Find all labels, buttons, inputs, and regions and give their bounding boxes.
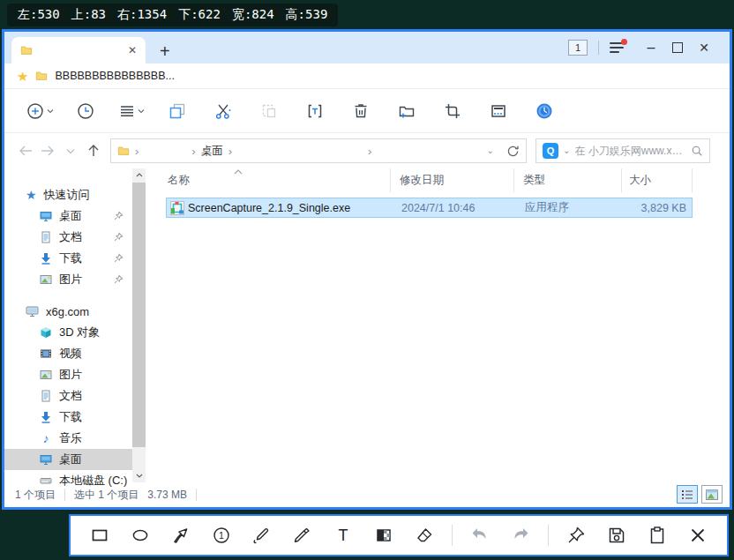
download-arrow-icon: [40, 411, 52, 423]
desktop-icon: [40, 453, 52, 466]
search-engine-icon[interactable]: Q: [543, 143, 558, 159]
blue-orb-icon: [536, 102, 553, 120]
minimize-button[interactable]: –: [638, 32, 664, 63]
cut-button[interactable]: [200, 102, 246, 120]
column-headers: 名称 修改日期 类型 大小: [146, 168, 730, 192]
number-badge-tool[interactable]: 1: [208, 522, 235, 549]
undo-button[interactable]: [467, 522, 493, 549]
search-box[interactable]: Q ⌄ 在 小刀娱乐网www.x6...: [536, 138, 710, 163]
folder-plus-icon: [398, 102, 416, 120]
explorer-tab[interactable]: ✕: [11, 37, 146, 63]
marker-tool[interactable]: [289, 522, 316, 549]
favorite-folder-label[interactable]: BBBBBBBBBBBBBBB...: [55, 70, 174, 82]
sidebar-item-this-pc[interactable]: x6g.com: [4, 301, 132, 322]
favorite-star-icon[interactable]: ★: [17, 70, 28, 83]
eraser-tool[interactable]: [411, 522, 438, 549]
computer-icon: [26, 305, 39, 317]
paste-button[interactable]: [246, 102, 292, 120]
sidebar-item-pictures-qa[interactable]: 图片: [4, 269, 132, 290]
new-tab-button[interactable]: +: [160, 42, 170, 60]
select-button[interactable]: [430, 102, 476, 120]
file-row-selected[interactable]: ScreenCapture_2.1.9_Single.exe 2024/7/1 …: [166, 198, 693, 218]
details-pane-button[interactable]: [476, 102, 521, 120]
sidebar-scrollbar[interactable]: [132, 168, 146, 482]
sidebar-item-downloads-qa[interactable]: 下载: [4, 248, 132, 269]
refresh-icon[interactable]: [506, 145, 520, 158]
navigation-pane: ★ 快速访问 桌面 文档 下载 图片: [4, 168, 132, 482]
rename-button[interactable]: [292, 102, 338, 120]
pin-icon: [114, 253, 124, 263]
tab-close-icon[interactable]: ✕: [128, 45, 137, 56]
clipboard-button[interactable]: [644, 522, 670, 549]
status-bar: 1 个项目 选中 1 个项目 3.73 MB: [4, 482, 730, 507]
copy-button[interactable]: [154, 102, 200, 120]
sidebar-item-quick-access[interactable]: ★ 快速访问: [4, 184, 132, 205]
sidebar-item-documents[interactable]: 文档: [4, 385, 132, 407]
folder-icon: [117, 145, 130, 157]
search-icon[interactable]: [691, 145, 703, 157]
recent-locations-button[interactable]: [59, 148, 82, 154]
delete-button[interactable]: [338, 102, 384, 120]
sidebar-item-desktop-qa[interactable]: 桌面: [4, 205, 132, 227]
trash-icon: [352, 102, 370, 120]
pen-tool[interactable]: [249, 522, 275, 549]
quick-access-star-icon: ★: [26, 189, 37, 201]
up-button[interactable]: [82, 144, 105, 158]
favorites-bar: ★ BBBBBBBBBBBBBBB...: [4, 63, 730, 89]
maximize-button[interactable]: [664, 32, 691, 63]
sidebar-item-pictures[interactable]: 图片: [4, 364, 132, 385]
coord-height: 高:539: [286, 7, 328, 23]
sidebar-item-videos[interactable]: 视频: [4, 343, 132, 364]
bracket-t-icon: [306, 102, 324, 120]
coord-bottom: 下:622: [178, 7, 221, 23]
column-header-name[interactable]: 名称: [146, 168, 391, 192]
file-name[interactable]: ScreenCapture_2.1.9_Single.exe: [188, 202, 350, 214]
sidebar-label: 下载: [59, 250, 82, 266]
thumbnail-view-button[interactable]: [701, 485, 723, 504]
mosaic-tool[interactable]: [371, 522, 397, 549]
sidebar-item-music[interactable]: ♪ 音乐: [4, 428, 132, 449]
back-button[interactable]: [13, 145, 36, 157]
column-header-type[interactable]: 类型: [514, 168, 622, 192]
rectangle-tool[interactable]: [86, 522, 113, 549]
close-capture-button[interactable]: [685, 522, 711, 549]
save-button[interactable]: [603, 522, 630, 549]
pin-icon: [114, 274, 124, 284]
divider: [598, 41, 599, 55]
cube-icon: [40, 326, 52, 339]
redo-button[interactable]: [507, 522, 534, 549]
sidebar-label: 文档: [59, 229, 82, 245]
svg-text:1: 1: [219, 530, 224, 541]
scroll-up-icon[interactable]: [132, 168, 146, 182]
forward-button[interactable]: [36, 145, 59, 157]
pin-tool[interactable]: [563, 522, 589, 549]
details-view-button[interactable]: [677, 485, 698, 504]
text-tool[interactable]: T: [330, 522, 356, 549]
sort-view-button[interactable]: [109, 104, 154, 118]
sidebar-item-desktop[interactable]: 桌面: [4, 449, 132, 470]
recent-button[interactable]: [63, 102, 109, 120]
scrollbar-thumb[interactable]: [132, 183, 146, 447]
menu-lines-icon: [119, 104, 135, 118]
coord-top: 上:83: [71, 7, 106, 23]
arrow-tool[interactable]: [168, 522, 194, 549]
breadcrumb-desktop[interactable]: 桌面: [201, 144, 223, 159]
new-item-button[interactable]: [17, 102, 63, 120]
address-bar[interactable]: › › 桌面 › › ⌄: [110, 138, 527, 163]
coord-right: 右:1354: [117, 7, 167, 23]
chevron-right-icon: ›: [135, 146, 139, 157]
column-header-size[interactable]: 大小: [622, 168, 693, 192]
scroll-down-icon[interactable]: [132, 469, 146, 482]
search-dropdown-icon[interactable]: ⌄: [563, 146, 570, 155]
address-dropdown-icon[interactable]: ⌄: [487, 146, 494, 155]
ellipse-tool[interactable]: [127, 522, 154, 549]
app-logo-button[interactable]: [521, 102, 567, 120]
column-header-modified[interactable]: 修改日期: [391, 168, 514, 192]
sidebar-item-downloads[interactable]: 下载: [4, 407, 132, 428]
sidebar-item-3d-objects[interactable]: 3D 对象: [4, 322, 132, 343]
menu-icon[interactable]: [610, 42, 624, 53]
close-window-button[interactable]: ✕: [691, 32, 717, 63]
new-folder-button[interactable]: [384, 102, 430, 120]
sidebar-item-documents-qa[interactable]: 文档: [4, 227, 132, 248]
tab-count-badge[interactable]: 1: [568, 40, 588, 56]
